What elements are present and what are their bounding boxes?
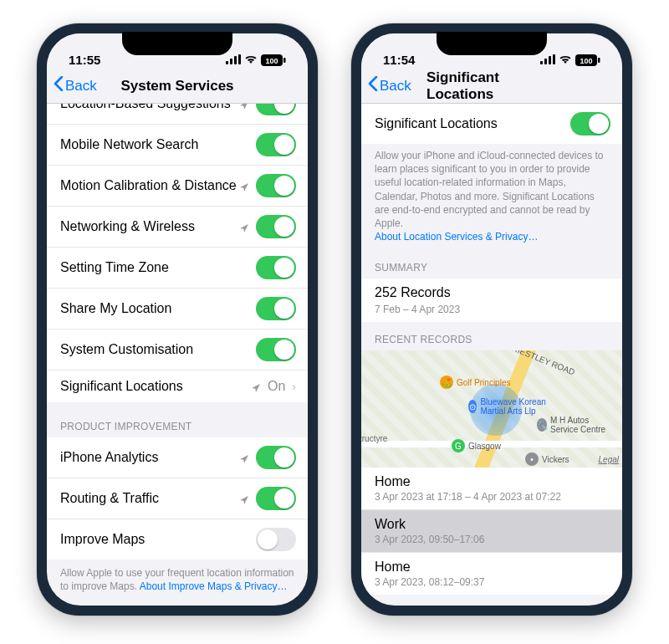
record-title: Home [375, 560, 411, 575]
significant-locations-label: Significant Locations [60, 379, 251, 394]
status-indicators: 100 [226, 53, 286, 67]
svg-rect-9 [549, 56, 551, 64]
service-toggle[interactable] [256, 174, 296, 197]
product-improvement-group: PRODUCT IMPROVEMENT iPhone AnalyticsRout… [47, 409, 308, 560]
summary-subtitle: 7 Feb – 4 Apr 2023 [375, 304, 460, 315]
location-arrow-icon [239, 452, 249, 463]
svg-rect-5 [283, 58, 286, 63]
service-toggle[interactable] [256, 104, 296, 115]
record-row[interactable]: Home3 Apr 2023, 08:12–09:37 [361, 552, 622, 595]
recent-records-header: RECENT RECORDS [361, 322, 622, 350]
service-row: System Customisation [47, 329, 308, 370]
map-label-structyre: tructyre [361, 434, 387, 443]
record-row[interactable]: Home3 Apr 2023 at 17:18 – 4 Apr 2023 at … [361, 468, 622, 509]
significant-locations-toggle-row: Significant Locations [361, 104, 622, 144]
back-button[interactable]: Back [54, 76, 97, 95]
significant-locations-value: On [268, 379, 285, 394]
notch [122, 32, 232, 55]
service-label: Share My Location [60, 301, 256, 316]
map-preview[interactable]: RIESTLEY ROAD ⛳Golf Principles ⊙Bluewave… [361, 350, 622, 468]
service-toggle[interactable] [256, 297, 296, 320]
service-row: Setting Time Zone [47, 247, 308, 288]
svg-text:100: 100 [265, 56, 278, 64]
improvement-toggle[interactable] [256, 487, 296, 510]
service-row: Motion Calibration & Distance [47, 165, 308, 206]
chevron-left-icon [368, 76, 378, 95]
svg-rect-0 [226, 61, 228, 64]
product-improvement-header: PRODUCT IMPROVEMENT [47, 409, 308, 437]
summary-header: SUMMARY [361, 250, 622, 279]
map-poi-glasgow: GGlasgow [452, 439, 501, 452]
improvement-row: Improve Maps [47, 519, 308, 560]
service-row: Mobile Network Search [47, 124, 308, 165]
improvement-toggle[interactable] [256, 446, 296, 469]
phone-significant-locations: 11:54 100 Back Significant Locations Sig… [351, 23, 632, 616]
nav-bar: Back Significant Locations [361, 69, 622, 104]
location-privacy-link[interactable]: About Location Services & Privacy… [375, 231, 538, 243]
service-toggle[interactable] [256, 215, 296, 238]
location-arrow-icon [239, 493, 249, 503]
content-scroll[interactable]: Significant Locations Allow your iPhone … [361, 104, 622, 606]
service-label: Location-Based Suggestions [60, 104, 239, 111]
services-group: Location-Based SuggestionsMobile Network… [47, 104, 308, 370]
significant-locations-toggle[interactable] [570, 112, 610, 135]
nav-bar: Back System Services [47, 69, 308, 104]
improvement-label: Routing & Traffic [60, 491, 239, 506]
map-poi-mh: 🔧M H Autos Service Centre [537, 416, 612, 434]
back-button[interactable]: Back [368, 76, 411, 95]
svg-rect-3 [238, 54, 241, 64]
improvement-row: Routing & Traffic [47, 478, 308, 519]
improve-maps-privacy-link[interactable]: About Improve Maps & Privacy… [140, 580, 288, 592]
significant-locations-row[interactable]: Significant Locations On › [47, 370, 308, 402]
summary-title: 252 Records [375, 285, 451, 300]
service-label: Setting Time Zone [60, 260, 256, 275]
location-arrow-icon [239, 104, 249, 109]
map-legal-link[interactable]: Legal [599, 455, 619, 464]
location-arrow-icon [251, 381, 261, 391]
significant-locations-toggle-label: Significant Locations [375, 116, 570, 131]
signal-icon [226, 53, 241, 67]
battery-icon: 100 [575, 54, 600, 66]
content-scroll[interactable]: Location-Based SuggestionsMobile Network… [47, 104, 308, 606]
service-toggle[interactable] [256, 256, 296, 279]
record-subtitle: 3 Apr 2023, 09:50–17:06 [375, 534, 484, 545]
map-poi-bluewave: ⊙Bluewave Korean Martial Arts Llp [468, 397, 560, 416]
page-title: Significant Locations [426, 69, 557, 103]
service-toggle[interactable] [256, 338, 296, 361]
screen: 11:55 100 Back System Services Location-… [47, 33, 308, 606]
service-label: System Customisation [60, 342, 256, 357]
explanatory-text: Allow your iPhone and iCloud-connected d… [361, 144, 622, 250]
signal-icon [540, 53, 555, 67]
back-label: Back [380, 78, 411, 95]
screen: 11:54 100 Back Significant Locations Sig… [361, 33, 622, 606]
svg-rect-12 [598, 58, 600, 63]
notch [437, 32, 547, 55]
svg-rect-10 [553, 54, 555, 64]
service-label: Networking & Wireless [60, 219, 239, 234]
record-subtitle: 3 Apr 2023 at 17:18 – 4 Apr 2023 at 07:2… [375, 491, 561, 503]
legend: System services that have requested acce… [47, 600, 308, 606]
explanatory-body: Allow your iPhone and iCloud-connected d… [375, 150, 604, 229]
service-toggle[interactable] [256, 133, 296, 156]
improvement-label: iPhone Analytics [60, 450, 239, 465]
status-indicators: 100 [540, 53, 600, 67]
chevron-right-icon: › [292, 380, 296, 393]
chevron-left-icon [54, 76, 64, 95]
record-title: Home [375, 474, 411, 489]
service-label: Mobile Network Search [60, 137, 256, 152]
record-title: Work [375, 517, 406, 532]
improvement-toggle[interactable] [256, 528, 296, 551]
back-label: Back [65, 78, 97, 95]
service-row: Networking & Wireless [47, 206, 308, 247]
records-list: Home3 Apr 2023 at 17:18 – 4 Apr 2023 at … [361, 468, 622, 595]
summary-row[interactable]: 252 Records 7 Feb – 4 Apr 2023 [361, 279, 622, 322]
record-row[interactable]: Work3 Apr 2023, 09:50–17:06 [361, 509, 622, 552]
page-title: System Services [120, 78, 233, 95]
svg-text:100: 100 [580, 56, 592, 64]
svg-rect-1 [230, 59, 232, 64]
improvement-row: iPhone Analytics [47, 437, 308, 478]
battery-icon: 100 [261, 54, 286, 66]
svg-rect-2 [234, 56, 237, 64]
location-arrow-icon [239, 222, 249, 232]
phone-system-services: 11:55 100 Back System Services Location-… [37, 23, 318, 616]
